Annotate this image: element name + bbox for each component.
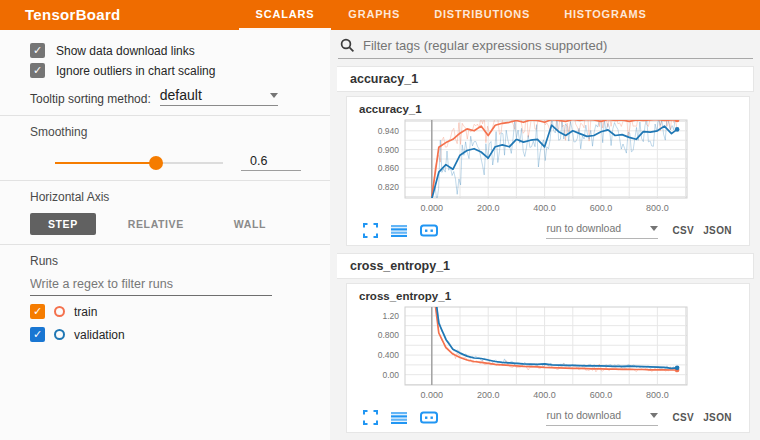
horizontal-axis-label: Horizontal Axis: [30, 190, 302, 204]
svg-text:200.0: 200.0: [477, 203, 500, 213]
tab-distributions[interactable]: DISTRIBUTIONS: [417, 0, 547, 30]
svg-text:400.0: 400.0: [533, 390, 556, 400]
show-data-download-links-checkbox[interactable]: ✓ Show data download links: [30, 43, 302, 58]
run-label: train: [74, 305, 97, 319]
slider-fill: [55, 162, 156, 164]
divider: [0, 244, 330, 245]
svg-text:800.0: 800.0: [646, 203, 669, 213]
tab-bar: SCALARS GRAPHS DISTRIBUTIONS HISTOGRAMS: [239, 0, 664, 30]
fit-domain-icon[interactable]: [420, 224, 438, 237]
ignore-outliers-checkbox[interactable]: ✓ Ignore outliers in chart scaling: [30, 63, 302, 78]
search-icon: [340, 38, 355, 53]
run-color-swatch: [54, 306, 65, 317]
json-download-link[interactable]: JSON: [703, 225, 732, 236]
axis-relative-button[interactable]: RELATIVE: [110, 213, 202, 235]
svg-text:0.800: 0.800: [378, 330, 400, 340]
section-header-accuracy[interactable]: accuracy_1: [337, 66, 754, 92]
run-to-download-label: run to download: [546, 409, 621, 421]
run-row-train[interactable]: ✓ train: [30, 304, 302, 319]
section-header-cross-entropy[interactable]: cross_entropy_1: [337, 253, 754, 279]
checkbox-label: Show data download links: [56, 44, 195, 58]
svg-text:0.000: 0.000: [421, 390, 444, 400]
smoothing-label: Smoothing: [30, 125, 302, 139]
scalar-card-cross-entropy: cross_entropy_1 0.000.4000.8001.200.0002…: [346, 283, 750, 433]
chevron-down-icon: [650, 413, 658, 422]
run-label: validation: [74, 328, 125, 342]
svg-text:0.820: 0.820: [378, 182, 400, 192]
smoothing-slider[interactable]: [55, 162, 223, 164]
settings-sidebar: ✓ Show data download links ✓ Ignore outl…: [0, 30, 330, 440]
divider: [0, 180, 330, 181]
tooltip-sorting-label: Tooltip sorting method:: [30, 92, 151, 106]
svg-text:800.0: 800.0: [646, 390, 669, 400]
csv-download-link[interactable]: CSV: [672, 225, 694, 236]
tab-histograms[interactable]: HISTOGRAMS: [547, 0, 663, 30]
app-title: TensorBoard: [0, 0, 121, 30]
cross-entropy-chart[interactable]: 0.000.4000.8001.200.000200.0400.0600.080…: [355, 303, 745, 405]
scalar-card-accuracy: accuracy_1 0.8200.8600.9000.9400.000200.…: [346, 96, 750, 246]
chevron-down-icon: [650, 226, 658, 235]
tooltip-sorting-value: default: [160, 87, 202, 103]
svg-text:0.940: 0.940: [378, 126, 400, 136]
toggle-y-axis-icon[interactable]: [391, 224, 407, 237]
run-checkbox-checked-icon: ✓: [30, 327, 45, 342]
run-checkbox-checked-icon: ✓: [30, 304, 45, 319]
json-download-link[interactable]: JSON: [703, 412, 732, 423]
filter-tags-input[interactable]: [363, 38, 751, 53]
divider: [0, 115, 330, 116]
run-to-download-dropdown[interactable]: run to download: [546, 408, 658, 426]
svg-text:1.20: 1.20: [382, 311, 399, 321]
run-color-swatch: [54, 329, 65, 340]
checkbox-checked-icon: ✓: [30, 43, 45, 58]
expand-chart-icon[interactable]: [363, 410, 378, 425]
run-to-download-label: run to download: [546, 222, 621, 234]
axis-step-button[interactable]: STEP: [30, 213, 96, 235]
app-header: TensorBoard SCALARS GRAPHS DISTRIBUTIONS…: [0, 0, 760, 30]
svg-text:0.900: 0.900: [378, 145, 400, 155]
axis-wall-button[interactable]: WALL: [216, 213, 284, 235]
runs-label: Runs: [30, 254, 302, 268]
chevron-down-icon: [270, 93, 278, 102]
checkbox-label: Ignore outliers in chart scaling: [56, 64, 215, 78]
run-row-validation[interactable]: ✓ validation: [30, 327, 302, 342]
tooltip-sorting-dropdown[interactable]: default: [160, 87, 278, 106]
chart-title: cross_entropy_1: [359, 290, 745, 302]
main-panel: accuracy_1 accuracy_1 0.8200.8600.9000.9…: [330, 30, 760, 440]
tab-graphs[interactable]: GRAPHS: [331, 0, 417, 30]
smoothing-value[interactable]: 0.6: [241, 154, 301, 171]
svg-text:0.400: 0.400: [378, 350, 400, 360]
svg-text:0.00: 0.00: [382, 370, 399, 380]
fit-domain-icon[interactable]: [420, 411, 438, 424]
svg-text:600.0: 600.0: [590, 203, 613, 213]
csv-download-link[interactable]: CSV: [672, 412, 694, 423]
tab-scalars[interactable]: SCALARS: [239, 0, 332, 30]
svg-text:600.0: 600.0: [590, 390, 613, 400]
toggle-y-axis-icon[interactable]: [391, 411, 407, 424]
expand-chart-icon[interactable]: [363, 223, 378, 238]
svg-text:0.000: 0.000: [421, 203, 444, 213]
accuracy-chart[interactable]: 0.8200.8600.9000.9400.000200.0400.0600.0…: [355, 116, 745, 218]
svg-text:200.0: 200.0: [477, 390, 500, 400]
slider-thumb[interactable]: [149, 156, 163, 170]
svg-text:400.0: 400.0: [533, 203, 556, 213]
runs-filter-input[interactable]: [30, 272, 272, 296]
run-to-download-dropdown[interactable]: run to download: [546, 221, 658, 239]
checkbox-checked-icon: ✓: [30, 63, 45, 78]
chart-title: accuracy_1: [359, 103, 745, 115]
svg-text:0.860: 0.860: [378, 163, 400, 173]
